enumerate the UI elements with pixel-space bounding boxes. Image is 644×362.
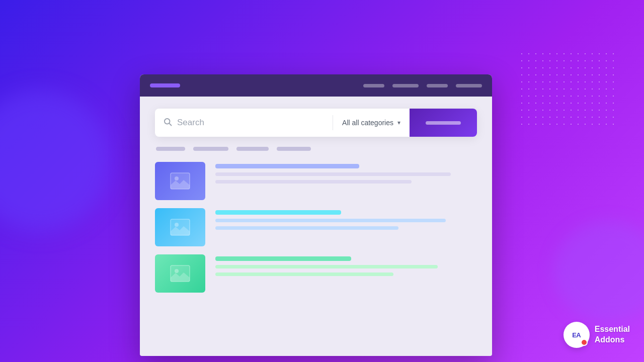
list-item <box>155 208 477 246</box>
ea-badge-text: EA <box>572 331 581 339</box>
results-list <box>155 162 477 293</box>
search-input-area: Search <box>155 117 333 129</box>
ea-name-line1: Essential <box>595 324 630 335</box>
content-area: Search All all categories ▾ <box>140 97 492 305</box>
item-title-bar-1 <box>215 164 359 168</box>
ea-name-line2: Addons <box>595 335 630 345</box>
item-line-2b <box>215 226 398 230</box>
nav-link-2[interactable] <box>392 84 419 87</box>
svg-point-7 <box>175 269 179 273</box>
item-line-3b <box>215 273 393 276</box>
filter-tab-2[interactable] <box>193 147 228 151</box>
filter-tab-4[interactable] <box>277 147 311 151</box>
svg-line-1 <box>169 123 171 125</box>
bg-blob-left <box>0 90 111 231</box>
search-bar-container: Search All all categories ▾ <box>155 109 477 137</box>
list-item <box>155 254 477 293</box>
search-button-inner <box>426 121 461 125</box>
search-button[interactable] <box>410 109 477 137</box>
item-line-2a <box>215 219 446 222</box>
category-label: All all categories <box>342 119 393 127</box>
ea-badge-dot <box>581 339 588 346</box>
item-title-bar-2 <box>215 210 341 215</box>
filter-tab-3[interactable] <box>236 147 269 151</box>
item-title-bar-3 <box>215 256 351 261</box>
ea-logo: EA Essential Addons <box>564 322 630 348</box>
ea-badge: EA <box>564 322 590 348</box>
dot-grid-decoration <box>518 50 619 131</box>
item-content-3 <box>215 254 477 276</box>
item-thumbnail-3 <box>155 254 205 293</box>
nav-link-4[interactable] <box>456 84 482 87</box>
browser-window: Search All all categories ▾ <box>140 74 492 356</box>
item-line-3a <box>215 265 438 268</box>
list-item <box>155 162 477 200</box>
nav-link-3[interactable] <box>427 84 448 87</box>
item-line-1a <box>215 172 451 176</box>
nav-link-1[interactable] <box>363 84 384 87</box>
bg-blob-right <box>553 221 644 322</box>
search-placeholder: Search <box>177 118 204 128</box>
category-dropdown[interactable]: All all categories ▾ <box>333 119 410 127</box>
browser-navbar <box>140 74 492 97</box>
item-line-1b <box>215 180 412 184</box>
item-content-2 <box>215 208 477 230</box>
chevron-down-icon: ▾ <box>397 119 400 126</box>
svg-point-5 <box>175 223 179 227</box>
item-thumbnail-2 <box>155 208 205 246</box>
filter-tabs <box>155 147 477 151</box>
ea-brand-name: Essential Addons <box>595 324 630 345</box>
nav-logo <box>150 83 180 87</box>
svg-point-3 <box>175 176 179 180</box>
search-icon <box>163 117 172 129</box>
item-content-1 <box>215 162 477 184</box>
filter-tab-1[interactable] <box>156 147 185 151</box>
item-thumbnail-1 <box>155 162 205 200</box>
